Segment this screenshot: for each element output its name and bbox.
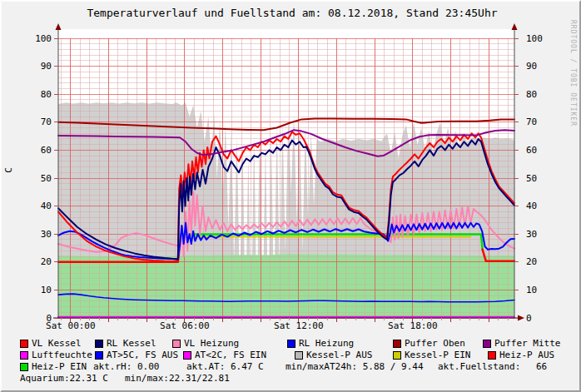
stat-aquarium: Aquarium:22.31 C [20, 374, 108, 384]
y-axis-tick-label: 30 [22, 229, 52, 240]
stat-minmax-at: min/maxAT24h: 5.88 / 9.44 [286, 362, 424, 372]
y-axis-tick-label: 50 [22, 173, 52, 184]
y-axis-tick-label: 60 [526, 145, 556, 156]
legend-swatch-vl-heizung [172, 340, 181, 348]
y-axis-tick-label: 40 [22, 201, 52, 211]
legend-label: Heiz-P EIN [32, 362, 87, 372]
x-axis-arrow [518, 315, 524, 321]
stat-akt-rh: akt.rH: 0.00 [93, 362, 159, 372]
legend-swatch-heiz-p-ein [20, 363, 28, 371]
y-axis-tick-label: 90 [22, 61, 52, 72]
y-axis-tick-label: 40 [526, 201, 556, 211]
legend-label: Kessel-P EIN [405, 350, 470, 360]
y-axis-tick-label: 100 [526, 33, 556, 44]
chart-plot [2, 2, 581, 392]
legend-swatch-rl-kessel [95, 340, 103, 348]
legend-label: VL Heizung [184, 339, 239, 349]
legend-swatch-puffer-mitte [483, 340, 491, 348]
stat-fuellstand-label: akt.Fuellstand: [438, 362, 520, 372]
legend-swatch-at-gt5 [95, 351, 103, 360]
legend-label: Heiz-P AUS [499, 350, 554, 360]
stat-akt-at: akt.AT: 6.47 C [186, 362, 264, 372]
x-axis-tick-label: Sat 06:00 [156, 321, 214, 331]
legend-label: Kessel-P AUS [306, 350, 372, 360]
legend-swatch-puffer-oben [393, 340, 401, 348]
series-area-aquarium [58, 255, 514, 318]
x-axis-tick-label: Sat 18:00 [384, 321, 442, 331]
legend-swatch-heiz-p-aus [488, 351, 496, 360]
chart-title: Temperaturverlauf und Fuellstand am: 08.… [2, 7, 581, 19]
legend-label: AT>5C, FS AUS [107, 350, 178, 360]
stat-aquarium-minmax: min/max:22.31/22.81 [125, 374, 230, 384]
x-axis-tick-label: Sat 12:00 [270, 321, 328, 331]
legend-label: AT<2C, FS EIN [195, 350, 266, 360]
y-axis-tick-label: 70 [526, 117, 556, 127]
y-axis-tick-label: 80 [22, 89, 52, 100]
y-axis-tick-label: 50 [526, 173, 556, 184]
y-axis-tick-label: 100 [22, 33, 52, 44]
y-axis-tick-label: 60 [22, 145, 52, 156]
y-axis-unit-label: C [3, 154, 14, 187]
y-axis-tick-label: 30 [526, 229, 556, 240]
y-axis-tick-label: 20 [22, 256, 52, 267]
legend-label: RL Heizung [299, 339, 354, 349]
y-axis-tick-label: 0 [526, 313, 556, 324]
legend-label: Puffer Oben [405, 339, 465, 349]
legend-swatch-kessel-p-ein [393, 351, 401, 360]
legend-swatch-kessel-p-aus [295, 351, 303, 360]
rrd-graph: Temperaturverlauf und Fuellstand am: 08.… [0, 0, 581, 392]
legend-swatch-at-lt2 [183, 351, 191, 360]
stat-fuellstand-value: 66 [536, 362, 547, 372]
y-axis-tick-label: 70 [22, 117, 52, 127]
y-axis-tick-label: 10 [22, 285, 52, 295]
x-axis-tick-label: Sat 00:00 [42, 321, 100, 331]
legend-label: Luftfeuchte [32, 350, 92, 360]
legend-swatch-luftfeuchte [20, 351, 28, 360]
rrdtool-watermark: RRDTOOL / TOBI OETIKER [569, 20, 577, 127]
y-axis-tick-label: 90 [526, 61, 556, 72]
legend-label: RL Kessel [107, 339, 156, 349]
y-axis-arrow-left [56, 23, 62, 30]
legend-swatch-vl-kessel [20, 340, 28, 348]
y-axis-arrow-right [512, 23, 518, 30]
y-axis-tick-label: 80 [526, 89, 556, 100]
legend-label: Puffer Mitte [494, 339, 560, 349]
y-axis-tick-label: 10 [526, 285, 556, 295]
legend-label: VL Kessel [32, 339, 82, 349]
y-axis-tick-label: 20 [526, 256, 556, 267]
legend-swatch-rl-heizung [287, 340, 295, 348]
